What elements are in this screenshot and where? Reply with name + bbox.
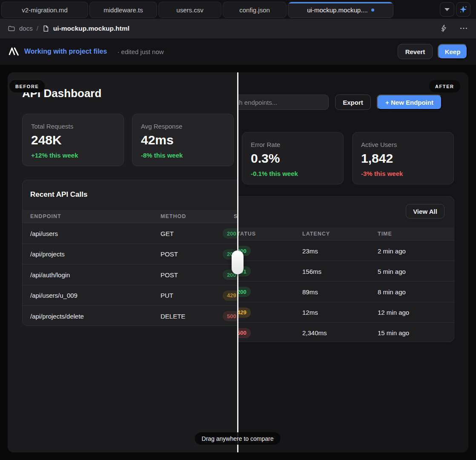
- stat-label: Error Rate: [251, 141, 335, 148]
- compare-canvas[interactable]: API Dashboard Total Requests 248K +12% t…: [8, 72, 468, 452]
- cell-method: GET: [161, 223, 174, 244]
- zap-icon[interactable]: [440, 24, 448, 32]
- tab-label: middleware.ts: [103, 6, 143, 14]
- stat-delta: +12% this week: [31, 152, 115, 159]
- cell-time: 15 min ago: [378, 323, 409, 343]
- revert-button[interactable]: Revert: [398, 44, 433, 59]
- cell-latency: 89ms: [302, 282, 318, 302]
- col-latency: LATENCY: [302, 231, 330, 237]
- tab-list-dropdown-button[interactable]: [440, 2, 454, 17]
- col-endpoint: ENDPOINT: [30, 213, 61, 219]
- col-method: METHOD: [161, 213, 186, 219]
- keep-button[interactable]: Keep: [438, 44, 467, 59]
- stat-label: Avg Response: [141, 123, 225, 130]
- breadcrumb-separator: /: [37, 25, 38, 32]
- ai-sparkle-button[interactable]: [456, 2, 470, 17]
- breadcrumb-bar: docs / ui-mockup.mockup.html: [0, 19, 476, 38]
- stat-delta: -8% this week: [141, 152, 225, 159]
- stat-delta: -3% this week: [361, 170, 445, 177]
- drag-hint-tooltip: Drag anywhere to compare: [195, 432, 281, 445]
- ai-work-banner: Working with project files · edited just…: [0, 38, 476, 65]
- stat-card-active-users: Active Users 1,842 -3% this week: [352, 132, 454, 184]
- stat-value: 42ms: [141, 133, 225, 147]
- tab-label: ui-mockup.mockup....: [307, 6, 368, 14]
- tab-middleware[interactable]: middleware.ts: [89, 2, 157, 18]
- view-all-button[interactable]: View All: [406, 204, 444, 218]
- folder-icon: [8, 25, 15, 32]
- cell-method: DELETE: [161, 306, 185, 326]
- stat-card-avg-response: Avg Response 42ms -8% this week: [132, 114, 234, 166]
- stat-label: Total Requests: [31, 123, 115, 130]
- col-time: TIME: [378, 231, 392, 237]
- ellipsis-menu-icon[interactable]: [459, 24, 468, 32]
- compare-drag-handle[interactable]: [232, 250, 244, 274]
- after-badge: AFTER: [429, 80, 460, 92]
- stat-value: 1,842: [361, 151, 445, 166]
- breadcrumb-file: ui-mockup.mockup.html: [53, 25, 129, 32]
- modified-dot-icon: [371, 9, 374, 12]
- cell-latency: 12ms: [302, 302, 318, 323]
- active-tab-indicator: [288, 2, 393, 3]
- cell-endpoint: /api/users: [30, 223, 58, 244]
- before-badge: BEFORE: [9, 80, 45, 92]
- new-endpoint-button[interactable]: + New Endpoint: [377, 95, 442, 110]
- export-button[interactable]: Export: [335, 95, 371, 110]
- cell-time: 12 min ago: [378, 302, 409, 323]
- tab-label: config.json: [239, 6, 270, 14]
- cell-latency: 2,340ms: [302, 323, 327, 343]
- stat-card-total-requests: Total Requests 248K +12% this week: [22, 114, 124, 166]
- cell-endpoint: /api/projects/delete: [30, 306, 84, 326]
- cell-time: 5 min ago: [378, 261, 406, 282]
- file-icon: [42, 25, 49, 32]
- panel-title: Recent API Calls: [30, 190, 87, 199]
- sparkle-icon: [459, 5, 467, 14]
- cell-method: POST: [161, 244, 178, 264]
- tab-label: users.csv: [176, 6, 203, 14]
- tab-v2-migration[interactable]: v2-migration.md: [1, 2, 88, 18]
- chevron-down-icon: [444, 8, 450, 11]
- cell-time: 8 min ago: [378, 282, 406, 302]
- cell-method: PUT: [161, 285, 173, 306]
- cell-endpoint: /api/users/u_009: [30, 285, 77, 306]
- tab-users-csv[interactable]: users.csv: [158, 2, 221, 18]
- tab-config-json[interactable]: config.json: [223, 2, 287, 18]
- cell-method: POST: [161, 264, 178, 285]
- tab-label: v2-migration.md: [22, 6, 68, 14]
- tab-ui-mockup[interactable]: ui-mockup.mockup....: [288, 2, 393, 18]
- stat-label: Active Users: [361, 141, 445, 148]
- work-banner-status: · edited just now: [117, 48, 163, 55]
- cell-endpoint: /api/auth/login: [30, 264, 70, 285]
- work-banner-title: Working with project files: [24, 48, 107, 55]
- cell-latency: 23ms: [302, 241, 318, 261]
- stat-value: 0.3%: [251, 151, 335, 166]
- cell-latency: 156ms: [302, 261, 321, 282]
- breadcrumb-folder[interactable]: docs: [19, 25, 33, 32]
- cell-endpoint: /api/projects: [30, 244, 65, 264]
- stat-card-error-rate: Error Rate 0.3% -0.1% this week: [242, 132, 344, 184]
- cell-time: 2 min ago: [378, 241, 406, 261]
- tab-bar: v2-migration.md middleware.ts users.csv …: [0, 0, 476, 19]
- stat-delta: -0.1% this week: [251, 170, 335, 177]
- stat-value: 248K: [31, 133, 115, 147]
- preview-stage: API Dashboard Total Requests 248K +12% t…: [0, 65, 476, 460]
- anthropic-logo-icon: [9, 47, 19, 56]
